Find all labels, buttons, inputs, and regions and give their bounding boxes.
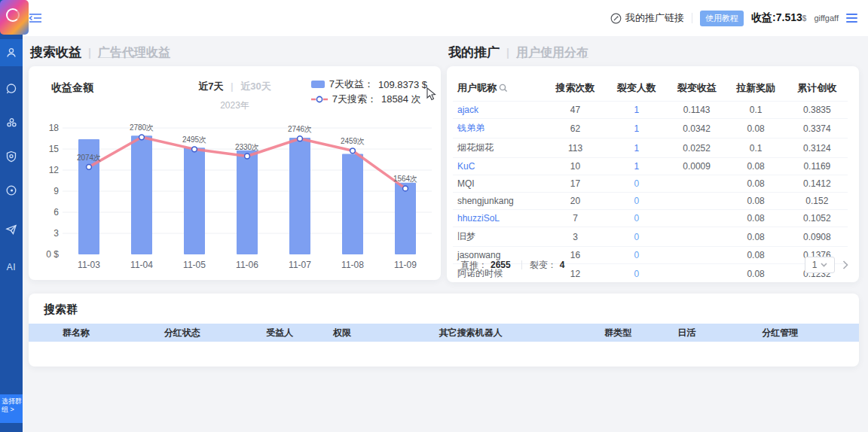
column-header: 用户昵称 xyxy=(453,77,546,102)
search-count: 47 xyxy=(546,102,604,119)
fission-count[interactable]: 0 xyxy=(605,210,668,227)
promotion-section-title: 我的推广 | 用户使用分布 xyxy=(448,44,588,61)
svg-text:9: 9 xyxy=(53,186,59,196)
svg-text:11-05: 11-05 xyxy=(183,260,206,270)
svg-text:2459次: 2459次 xyxy=(341,137,365,145)
sidebar-item-security[interactable] xyxy=(0,143,23,170)
my-promo-link[interactable]: 我的推广链接 xyxy=(610,11,684,25)
column-header: 其它搜索机器人 xyxy=(377,327,564,339)
logo-spiral-icon xyxy=(6,8,20,22)
fission-revenue xyxy=(668,193,726,210)
svg-text:11-09: 11-09 xyxy=(394,260,417,270)
topbar-divider xyxy=(692,13,692,23)
sidebar-item-ai[interactable]: AI xyxy=(0,254,23,281)
select-group-tab[interactable]: 选择群 组 > xyxy=(0,394,23,423)
fission-count[interactable]: 1 xyxy=(605,158,668,175)
hamburger-menu-icon[interactable] xyxy=(846,14,857,23)
search-count: 20 xyxy=(546,193,604,210)
user-nickname[interactable]: 钱弟弟 xyxy=(453,119,546,138)
fission-count[interactable]: 1 xyxy=(605,102,668,119)
table-row: shengjunkang2000.080.152 xyxy=(453,193,848,210)
page-select[interactable]: 1 xyxy=(805,257,835,273)
tutorial-badge[interactable]: 使用教程 xyxy=(700,11,744,26)
fission-revenue xyxy=(668,227,726,247)
team-icon xyxy=(5,117,18,129)
fission-label: 裂变： xyxy=(530,259,557,272)
svg-text:11-04: 11-04 xyxy=(130,260,153,270)
pagination: 1 xyxy=(805,257,848,273)
fission-count[interactable]: 1 xyxy=(605,119,668,138)
sidebar-item-media[interactable] xyxy=(0,177,23,204)
edit-circle-icon xyxy=(610,13,622,24)
current-page: 1 xyxy=(812,260,818,270)
column-header: 群类型 xyxy=(564,327,672,339)
sidebar-collapse-icon[interactable] xyxy=(29,12,42,24)
tab-my-promotion[interactable]: 我的推广 xyxy=(448,44,500,61)
topbar: 我的推广链接 使用教程 收益:7.513$ giffgaff xyxy=(23,0,868,36)
next-page-icon[interactable] xyxy=(842,260,848,269)
fission-revenue: 0.0009 xyxy=(668,158,726,175)
search-count: 7 xyxy=(546,210,604,227)
search-count: 10 xyxy=(546,158,604,175)
search-count: 113 xyxy=(546,138,604,158)
column-header: 分红状态 xyxy=(112,327,252,339)
user-nickname[interactable]: KuC xyxy=(453,158,546,175)
svg-text:2330次: 2330次 xyxy=(235,143,259,151)
svg-text:3: 3 xyxy=(53,228,59,239)
sidebar-item-team[interactable] xyxy=(0,109,23,136)
fission-revenue: 0.0342 xyxy=(668,119,726,138)
fission-count[interactable]: 0 xyxy=(605,175,668,193)
tab-search-revenue[interactable]: 搜索收益 xyxy=(30,44,81,61)
total-revenue: 0.3835 xyxy=(787,102,848,119)
svg-text:0 $: 0 $ xyxy=(46,249,59,260)
fission-revenue xyxy=(668,210,726,227)
column-header: 裂变收益 xyxy=(668,77,726,102)
referral-reward: 0.08 xyxy=(725,158,786,175)
shield-gear-icon xyxy=(5,151,17,163)
svg-text:2746次: 2746次 xyxy=(288,125,312,133)
revenue-total: 收益:7.513$ xyxy=(751,11,806,25)
revenue-chart[interactable]: 0 $36912151811-0311-0411-0511-0611-0711-… xyxy=(29,66,441,280)
tab-ad-agent-revenue[interactable]: 广告代理收益 xyxy=(98,45,170,61)
table-row: MQI1700.080.1412 xyxy=(453,175,848,193)
username[interactable]: giffgaff xyxy=(814,14,839,23)
svg-text:2780次: 2780次 xyxy=(130,123,154,132)
column-header: 日活 xyxy=(672,327,701,339)
column-header: 拉新奖励 xyxy=(725,77,786,102)
fission-count[interactable]: 0 xyxy=(605,193,668,210)
direct-label: 直推： xyxy=(460,259,487,272)
chevron-down-icon xyxy=(821,263,827,267)
sidebar-item-chat[interactable] xyxy=(0,75,23,102)
table-row: hhuzziSoL700.080.1052 xyxy=(453,210,848,227)
fission-revenue: 0.1143 xyxy=(668,102,726,119)
search-icon[interactable] xyxy=(499,84,508,93)
fission-count[interactable]: 0 xyxy=(605,227,668,247)
total-revenue: 0.0908 xyxy=(787,227,848,247)
referral-reward: 0.08 xyxy=(725,119,786,138)
ai-label: AI xyxy=(7,262,16,272)
svg-text:15: 15 xyxy=(49,144,60,154)
user-nickname[interactable]: ajack xyxy=(453,102,546,119)
direct-value: 2655 xyxy=(491,260,511,270)
sidebar-item-user[interactable] xyxy=(0,39,23,66)
currency-symbol: $ xyxy=(802,14,807,23)
tab-user-distribution[interactable]: 用户使用分布 xyxy=(516,45,588,61)
sidebar: AI xyxy=(0,0,23,432)
table-row: KuC1010.00090.080.1169 xyxy=(453,158,848,175)
user-nickname[interactable]: hhuzziSoL xyxy=(453,210,546,227)
sidebar-item-telegram[interactable] xyxy=(0,216,23,243)
groups-table-header: 群名称分红状态受益人权限其它搜索机器人群类型日活分红管理 xyxy=(29,324,859,342)
svg-text:18: 18 xyxy=(49,123,60,133)
svg-text:12: 12 xyxy=(49,165,60,175)
promotion-table-header: 用户昵称搜索次数裂变人数裂变收益拉新奖励累计创收 xyxy=(453,77,848,102)
svg-text:2495次: 2495次 xyxy=(182,135,206,144)
column-header: 权限 xyxy=(307,327,377,339)
search-groups-card: 搜索群 群名称分红状态受益人权限其它搜索机器人群类型日活分红管理 xyxy=(29,294,859,367)
total-revenue: 0.1412 xyxy=(787,175,848,193)
fission-count[interactable]: 1 xyxy=(605,138,668,158)
svg-text:11-03: 11-03 xyxy=(78,260,100,270)
user-nickname: MQI xyxy=(453,175,546,193)
svg-text:2074次: 2074次 xyxy=(77,154,101,162)
play-circle-icon xyxy=(5,184,17,196)
column-header: 累计创收 xyxy=(787,77,848,102)
